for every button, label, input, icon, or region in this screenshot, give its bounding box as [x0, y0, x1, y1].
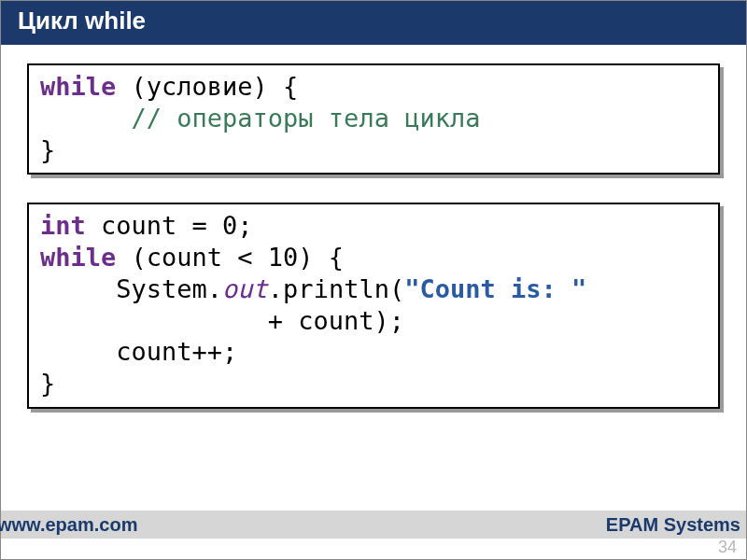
- static-out: out: [222, 274, 268, 303]
- indent: [40, 274, 116, 303]
- content-area: while (условие) { // операторы тела цикл…: [1, 45, 746, 409]
- footer-bar: www.epam.com EPAM Systems: [1, 511, 746, 539]
- code-text: (count < 10) {: [116, 243, 344, 272]
- code-text: }: [40, 135, 55, 164]
- title-bar: Цикл while: [1, 1, 746, 45]
- code-text: count++;: [40, 337, 237, 366]
- code-text: }: [40, 369, 55, 398]
- footer-company: EPAM Systems: [606, 514, 740, 536]
- keyword-while: while: [40, 72, 116, 101]
- page-number: 34: [718, 538, 737, 557]
- code-block-syntax: while (условие) { // операторы тела цикл…: [27, 63, 720, 175]
- code-text: count = 0;: [86, 211, 253, 240]
- code-text: (условие) {: [116, 72, 298, 101]
- slide: Цикл while while (условие) { // оператор…: [0, 0, 747, 560]
- code-block-example: int count = 0; while (count < 10) { Syst…: [27, 203, 720, 409]
- code-text: System.: [116, 274, 222, 303]
- indent: [40, 104, 132, 133]
- footer-url: www.epam.com: [0, 514, 137, 536]
- keyword-while: while: [40, 243, 116, 272]
- code-text: .println(: [268, 274, 404, 303]
- slide-title: Цикл while: [18, 7, 146, 35]
- code-text: + count);: [40, 306, 404, 335]
- string-literal: "Count is: ": [404, 274, 586, 303]
- keyword-int: int: [40, 211, 86, 240]
- comment: // операторы тела цикла: [132, 104, 481, 133]
